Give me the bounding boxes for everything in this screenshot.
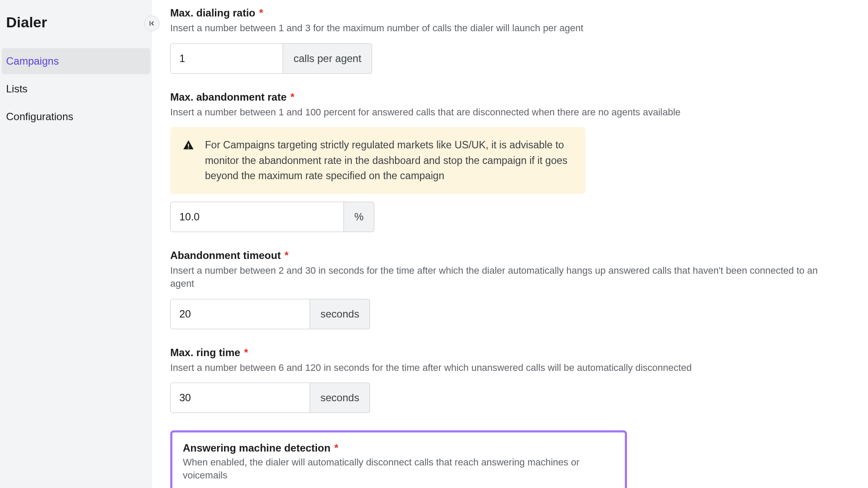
svg-rect-2 — [188, 148, 189, 149]
field-group-abandonment-timeout: Abandonment timeout * Insert a number be… — [170, 249, 842, 329]
svg-rect-1 — [188, 144, 189, 147]
abandonment-timeout-input[interactable] — [170, 299, 310, 329]
dialing-ratio-input-group: calls per agent — [170, 43, 842, 74]
dialing-ratio-suffix: calls per agent — [283, 43, 372, 74]
required-marker: * — [284, 249, 288, 261]
sidebar-item-campaigns[interactable]: Campaigns — [2, 48, 150, 74]
amd-description: When enabled, the dialer will automatica… — [183, 456, 614, 481]
abandonment-timeout-description: Insert a number between 2 and 30 in seco… — [170, 264, 842, 290]
abandonment-timeout-suffix: seconds — [310, 299, 370, 329]
field-group-abandonment-rate: Max. abandonment rate * Insert a number … — [170, 91, 842, 232]
abandonment-rate-alert-text: For Campaigns targeting strictly regulat… — [205, 138, 573, 183]
field-group-max-ring-time: Max. ring time * Insert a number between… — [170, 347, 842, 413]
abandonment-timeout-label-text: Abandonment timeout — [170, 249, 281, 261]
sidebar-nav: Campaigns Lists Configurations — [0, 48, 152, 130]
sidebar-title: Dialer — [0, 0, 152, 48]
abandonment-rate-input-group: % — [170, 202, 842, 232]
dialing-ratio-input[interactable] — [170, 43, 283, 74]
sidebar-item-configurations[interactable]: Configurations — [2, 104, 150, 130]
abandonment-timeout-input-group: seconds — [170, 299, 842, 329]
max-ring-time-input[interactable] — [170, 383, 310, 413]
chevron-left-bar-icon — [148, 20, 156, 27]
abandonment-rate-input[interactable] — [170, 202, 344, 232]
main-content: Max. dialing ratio * Insert a number bet… — [152, 0, 868, 488]
max-ring-time-suffix: seconds — [310, 383, 370, 413]
abandonment-rate-label: Max. abandonment rate * — [170, 91, 842, 103]
field-group-amd-highlighted: Answering machine detection * When enabl… — [170, 430, 627, 488]
required-marker: * — [259, 7, 263, 19]
abandonment-rate-suffix: % — [344, 202, 374, 232]
max-ring-time-description: Insert a number between 6 and 120 in sec… — [170, 361, 842, 374]
sidebar: Dialer Campaigns Lists Configurations — [0, 0, 152, 488]
dialing-ratio-label: Max. dialing ratio * — [170, 7, 842, 19]
collapse-sidebar-button[interactable] — [144, 16, 160, 31]
warning-icon — [182, 139, 195, 151]
field-group-dialing-ratio: Max. dialing ratio * Insert a number bet… — [170, 7, 842, 74]
max-ring-time-label-text: Max. ring time — [170, 347, 240, 358]
amd-label: Answering machine detection * — [183, 442, 614, 454]
required-marker: * — [334, 442, 338, 454]
dialing-ratio-description: Insert a number between 1 and 3 for the … — [170, 22, 842, 35]
amd-label-text: Answering machine detection — [183, 442, 330, 454]
abandonment-timeout-label: Abandonment timeout * — [170, 249, 842, 262]
abandonment-rate-alert: For Campaigns targeting strictly regulat… — [170, 127, 585, 194]
abandonment-rate-description: Insert a number between 1 and 100 percen… — [170, 106, 842, 119]
max-ring-time-label: Max. ring time * — [170, 347, 842, 359]
dialing-ratio-label-text: Max. dialing ratio — [170, 7, 255, 19]
abandonment-rate-label-text: Max. abandonment rate — [170, 91, 287, 103]
required-marker: * — [290, 91, 294, 103]
sidebar-item-lists[interactable]: Lists — [2, 76, 150, 102]
max-ring-time-input-group: seconds — [170, 383, 842, 413]
required-marker: * — [244, 347, 248, 358]
